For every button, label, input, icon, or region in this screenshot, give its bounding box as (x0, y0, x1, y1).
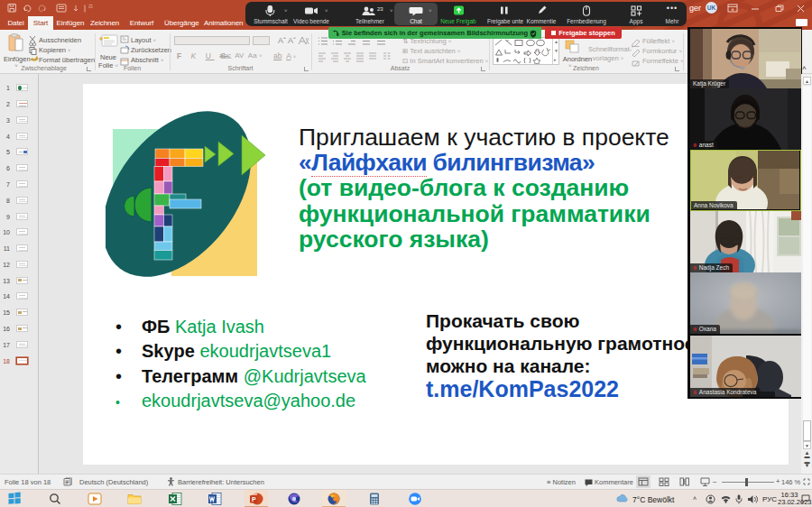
svg-text:23: 23 (377, 6, 383, 12)
svg-text:P: P (252, 496, 256, 502)
